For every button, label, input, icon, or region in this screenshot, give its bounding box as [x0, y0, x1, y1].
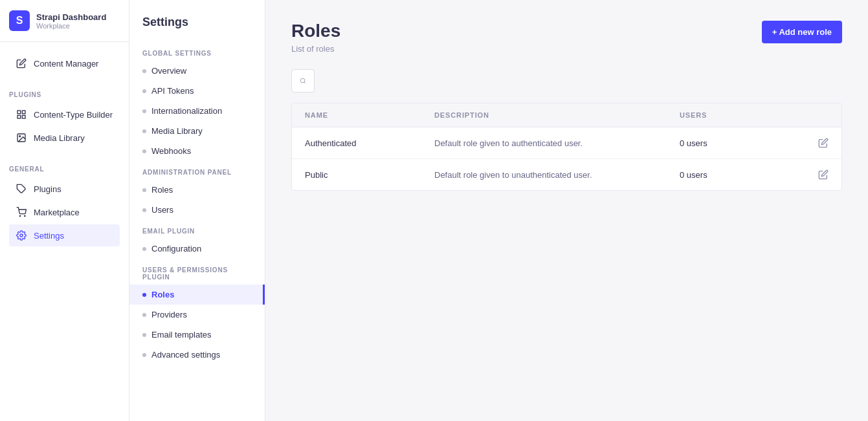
- image-icon: [16, 132, 27, 144]
- edit-icon: [16, 58, 27, 69]
- sidebar-item-label: Settings: [34, 231, 64, 241]
- settings-nav-webhooks[interactable]: Webhooks: [129, 141, 265, 161]
- sidebar-item-label: Content-Type Builder: [34, 110, 113, 120]
- global-settings-label: GLOBAL SETTINGS: [129, 42, 265, 61]
- table-row: Public Default role given to unauthentic…: [292, 159, 841, 190]
- cart-icon: [16, 206, 27, 218]
- bullet-icon: [142, 129, 146, 133]
- brand[interactable]: S Strapi Dashboard Workplace: [0, 0, 129, 42]
- bullet-icon: [142, 353, 146, 357]
- bullet-icon: [142, 149, 146, 153]
- settings-nav-label: Media Library: [151, 126, 203, 136]
- settings-nav-label: Email templates: [151, 330, 211, 340]
- settings-nav-advanced-settings[interactable]: Advanced settings: [129, 345, 265, 365]
- settings-nav-label: Providers: [151, 310, 187, 319]
- plugins-section-label: PLUGINS: [9, 91, 120, 98]
- settings-nav-providers[interactable]: Providers: [129, 305, 265, 325]
- col-header-users: USERS: [680, 111, 796, 119]
- settings-nav-configuration[interactable]: Configuration: [129, 239, 265, 259]
- administration-panel-label: ADMINISTRATION PANEL: [129, 161, 265, 180]
- sidebar-item-label: Media Library: [34, 133, 85, 143]
- add-new-role-button[interactable]: + Add new role: [762, 21, 842, 43]
- col-header-name: NAME: [305, 111, 434, 119]
- settings-nav-api-tokens[interactable]: API Tokens: [129, 81, 265, 101]
- settings-nav-label: Advanced settings: [151, 350, 220, 360]
- sidebar: S Strapi Dashboard Workplace Content Man…: [0, 0, 129, 421]
- svg-rect-3: [22, 115, 25, 118]
- users-permissions-label: USERS & PERMISSIONS PLUGIN: [129, 259, 265, 285]
- search-bar[interactable]: [291, 69, 315, 92]
- settings-nav-label: Overview: [151, 66, 186, 76]
- brand-name: Strapi Dashboard: [36, 12, 106, 22]
- settings-nav-admin-roles[interactable]: Roles: [129, 180, 265, 200]
- sidebar-item-marketplace[interactable]: Marketplace: [9, 201, 120, 223]
- sidebar-item-label: Content Manager: [34, 59, 98, 69]
- sidebar-item-label: Plugins: [34, 184, 61, 194]
- sidebar-item-content-type-builder[interactable]: Content-Type Builder: [9, 103, 120, 125]
- main-content: Roles List of roles + Add new role NAME …: [265, 0, 868, 421]
- col-header-description: DESCRIPTION: [434, 111, 680, 119]
- col-header-actions: [796, 111, 829, 119]
- settings-nav-label: Webhooks: [151, 146, 191, 156]
- table-row: Authenticated Default role given to auth…: [292, 127, 841, 159]
- sidebar-item-content-manager[interactable]: Content Manager: [9, 52, 120, 74]
- bullet-icon: [142, 313, 146, 317]
- settings-nav-label: API Tokens: [151, 86, 194, 96]
- brand-logo: S: [9, 10, 30, 31]
- svg-point-7: [19, 215, 20, 216]
- sidebar-item-label: Marketplace: [34, 208, 80, 217]
- search-icon: [300, 76, 306, 86]
- settings-nav-overview[interactable]: Overview: [129, 61, 265, 81]
- sidebar-item-settings[interactable]: Settings: [9, 224, 120, 246]
- brand-subtitle: Workplace: [36, 22, 106, 30]
- bullet-icon: [142, 333, 146, 337]
- settings-nav-media-library[interactable]: Media Library: [129, 121, 265, 141]
- settings-sidebar: Settings GLOBAL SETTINGS Overview API To…: [129, 0, 265, 421]
- svg-point-9: [20, 234, 23, 237]
- table-header: NAME DESCRIPTION USERS: [292, 103, 841, 127]
- settings-nav-label: Roles: [151, 290, 174, 299]
- layers-icon: [16, 109, 27, 120]
- sidebar-item-plugins[interactable]: Plugins: [9, 178, 120, 200]
- edit-role-button[interactable]: [796, 169, 829, 180]
- settings-nav-admin-users[interactable]: Users: [129, 200, 265, 220]
- settings-nav-internationalization[interactable]: Internationalization: [129, 101, 265, 121]
- bullet-icon: [142, 109, 146, 113]
- bullet-icon: [142, 188, 146, 192]
- settings-nav-up-roles[interactable]: Roles: [129, 285, 265, 305]
- role-description: Default role given to authenticated user…: [434, 138, 680, 148]
- role-users: 0 users: [680, 170, 796, 180]
- roles-table: NAME DESCRIPTION USERS Authenticated Def…: [291, 103, 842, 191]
- settings-nav-label: Configuration: [151, 244, 201, 254]
- email-plugin-label: EMAIL PLUGIN: [129, 220, 265, 239]
- svg-rect-1: [22, 111, 25, 114]
- edit-role-button[interactable]: [796, 138, 829, 148]
- puzzle-icon: [16, 183, 27, 195]
- page-header: Roles List of roles + Add new role: [291, 21, 842, 54]
- svg-line-11: [304, 82, 306, 83]
- svg-rect-0: [17, 111, 21, 114]
- bullet-icon: [142, 208, 146, 212]
- settings-nav-label: Users: [151, 205, 173, 215]
- role-name: Authenticated: [305, 138, 434, 148]
- bullet-icon: [142, 89, 146, 93]
- settings-nav-label: Internationalization: [151, 106, 222, 116]
- bullet-icon: [142, 247, 146, 251]
- general-section-label: GENERAL: [9, 166, 120, 173]
- role-name: Public: [305, 170, 434, 180]
- role-users: 0 users: [680, 138, 796, 148]
- svg-point-8: [25, 215, 25, 216]
- gear-icon: [16, 230, 27, 241]
- role-description: Default role given to unauthenticated us…: [434, 170, 680, 180]
- bullet-icon: [142, 69, 146, 73]
- settings-title: Settings: [129, 16, 265, 42]
- settings-nav-email-templates[interactable]: Email templates: [129, 325, 265, 345]
- svg-point-10: [300, 78, 305, 83]
- page-title: Roles: [291, 21, 340, 41]
- svg-rect-2: [17, 115, 21, 118]
- bullet-icon: [142, 293, 146, 297]
- svg-point-5: [19, 136, 21, 137]
- sidebar-item-media-library[interactable]: Media Library: [9, 127, 120, 149]
- page-subtitle: List of roles: [291, 44, 340, 54]
- settings-nav-label: Roles: [151, 185, 173, 195]
